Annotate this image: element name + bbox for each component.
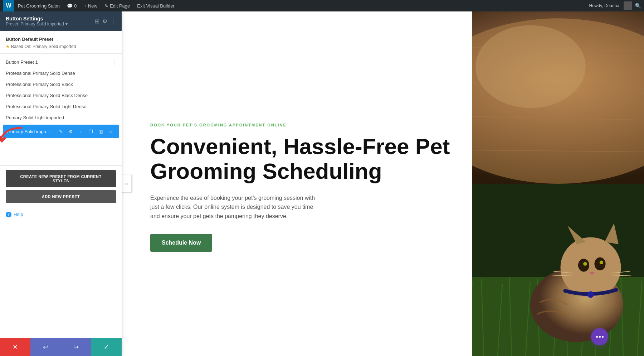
svg-point-31 bbox=[594, 257, 605, 270]
hero-image-main bbox=[472, 184, 644, 356]
admin-bar-edit-page[interactable]: ✎ Edit Page bbox=[101, 0, 133, 11]
preset-edit-button[interactable]: ✎ bbox=[57, 127, 65, 136]
preset-action-buttons: ✎ ⚙ ↑ ❒ 🗑 ☆ bbox=[57, 127, 115, 136]
list-item: Professional Primary Solid Black bbox=[0, 79, 122, 90]
list-item: Professional Primary Solid Dense bbox=[0, 68, 122, 79]
panel-body: Button Default Preset ★ Based On: Primar… bbox=[0, 31, 122, 165]
save-icon: ✓ bbox=[104, 343, 109, 351]
admin-bar-left: W Pet Grooming Salon 💬 0 + New ✎ Edit Pa… bbox=[3, 0, 589, 11]
hero-description: Experience the ease of booking your pet'… bbox=[150, 193, 322, 221]
preset-item-label: Primary Solid Light imported bbox=[6, 115, 64, 120]
floating-action-button[interactable] bbox=[591, 328, 608, 345]
hero-left: BOOK YOUR PET'S GROOMING APPOINTMENT ONL… bbox=[122, 11, 472, 356]
page-content: BOOK YOUR PET'S GROOMING APPOINTMENT ONL… bbox=[122, 11, 644, 356]
undo-button[interactable]: ↩ bbox=[30, 338, 61, 356]
panel-more-icon[interactable]: ⋮ bbox=[110, 18, 116, 25]
preset-item-professional-black-dense[interactable]: Professional Primary Solid Black Dense bbox=[0, 90, 122, 101]
panel-header-left: Button Settings Preset: Primary Solid im… bbox=[6, 16, 68, 27]
svg-point-33 bbox=[600, 261, 603, 264]
admin-bar-new[interactable]: + New bbox=[80, 0, 101, 11]
panel-settings-icon[interactable]: ⚙ bbox=[102, 18, 107, 25]
svg-point-7 bbox=[475, 25, 586, 108]
save-button[interactable]: ✓ bbox=[91, 338, 122, 356]
bottom-toolbar: ✕ ↩ ↪ ✓ bbox=[0, 338, 122, 356]
wordpress-logo[interactable]: W bbox=[3, 0, 14, 11]
list-item: Professional Primary Solid Light Dense bbox=[0, 101, 122, 112]
help-icon: ? bbox=[6, 212, 11, 217]
schedule-now-button[interactable]: Schedule Now bbox=[150, 234, 212, 252]
list-item: Button Preset 1 ⋮ bbox=[0, 57, 122, 68]
arrow-left-right-icon: ↔ bbox=[124, 181, 129, 187]
preset-item-label: Professional Primary Solid Black bbox=[6, 82, 73, 87]
default-preset-based-on: ★ Based On: Primary Solid imported bbox=[6, 44, 116, 49]
button-settings-panel: Button Settings Preset: Primary Solid im… bbox=[0, 11, 122, 356]
panel-action-buttons: CREATE NEW PRESET FROM CURRENT STYLES AD… bbox=[0, 165, 122, 207]
preset-item-professional-black[interactable]: Professional Primary Solid Black bbox=[0, 79, 122, 90]
new-label: New bbox=[88, 3, 97, 9]
pencil-icon: ✎ bbox=[104, 3, 108, 9]
undo-icon: ↩ bbox=[43, 343, 48, 351]
hero-subtitle: BOOK YOUR PET'S GROOMING APPOINTMENT ONL… bbox=[150, 123, 451, 127]
admin-avatar bbox=[624, 1, 632, 10]
admin-bar-comments[interactable]: 💬 0 bbox=[63, 0, 80, 11]
svg-point-30 bbox=[578, 259, 589, 271]
hero-image-collage bbox=[472, 11, 644, 356]
hero-title: Convenient, Hassle-Free Pet Grooming Sch… bbox=[150, 134, 451, 183]
plus-icon: + bbox=[84, 3, 87, 9]
panel-preset-selector[interactable]: Preset: Primary Solid imported ▾ bbox=[6, 21, 68, 27]
preset-item-label: Professional Primary Solid Black Dense bbox=[6, 93, 88, 98]
add-preset-button[interactable]: ADD NEW PRESET bbox=[6, 190, 116, 203]
admin-bar: W Pet Grooming Salon 💬 0 + New ✎ Edit Pa… bbox=[0, 0, 644, 11]
preset-gear-button[interactable]: ⚙ bbox=[67, 127, 75, 136]
preset-item-professional-light-dense[interactable]: Professional Primary Solid Light Dense bbox=[0, 101, 122, 112]
preset-item-label: Professional Primary Solid Dense bbox=[6, 71, 75, 76]
exit-builder-label: Exit Visual Builder bbox=[137, 3, 175, 9]
preset-item-active[interactable]: Primary Solid impo... ✎ ⚙ ↑ ❒ 🗑 ☆ bbox=[3, 125, 119, 138]
preset-item-button-preset-1[interactable]: Button Preset 1 bbox=[0, 57, 122, 68]
svg-point-32 bbox=[583, 262, 587, 265]
search-icon[interactable]: 🔍 bbox=[635, 3, 641, 9]
preset-list: Button Preset 1 ⋮ Professional Primary S… bbox=[0, 54, 122, 143]
list-item: Primary Solid Light imported bbox=[0, 112, 122, 123]
default-preset-section: Button Default Preset ★ Based On: Primar… bbox=[0, 31, 122, 54]
svg-marker-0 bbox=[0, 134, 3, 139]
svg-point-34 bbox=[590, 272, 594, 275]
chevron-down-icon: ▾ bbox=[65, 21, 68, 27]
panel-columns-icon[interactable]: ⊞ bbox=[95, 18, 99, 25]
preset-upload-button[interactable]: ↑ bbox=[77, 127, 85, 136]
svg-point-27 bbox=[561, 237, 621, 298]
preset-item-label: Professional Primary Solid Light Dense bbox=[6, 104, 86, 109]
comments-count: 0 bbox=[74, 3, 77, 9]
preset-item-professional-dense[interactable]: Professional Primary Solid Dense bbox=[0, 68, 122, 79]
main-layout: Button Settings Preset: Primary Solid im… bbox=[0, 0, 644, 356]
admin-bar-site-name[interactable]: Pet Grooming Salon bbox=[14, 0, 63, 11]
panel-toggle-arrow[interactable]: ↔ bbox=[122, 175, 132, 193]
preset-copy-button[interactable]: ❒ bbox=[87, 127, 95, 136]
panel-title: Button Settings bbox=[6, 16, 68, 21]
help-label: Help bbox=[14, 212, 23, 217]
site-name-label: Pet Grooming Salon bbox=[18, 3, 60, 9]
redo-icon: ↪ bbox=[73, 343, 79, 351]
star-icon: ★ bbox=[6, 44, 10, 49]
preset-delete-button[interactable]: 🗑 bbox=[97, 127, 105, 136]
preset-item-primary-solid-light[interactable]: Primary Solid Light imported bbox=[0, 112, 122, 123]
preset-item-label: Button Preset 1 bbox=[6, 59, 38, 65]
edit-page-label: Edit Page bbox=[110, 3, 130, 9]
help-section[interactable]: ? Help bbox=[0, 207, 122, 222]
admin-bar-exit-builder[interactable]: Exit Visual Builder bbox=[133, 0, 178, 11]
redo-button[interactable]: ↪ bbox=[61, 338, 91, 356]
panel-header-icons: ⊞ ⚙ ⋮ bbox=[95, 18, 116, 25]
svg-point-39 bbox=[587, 291, 594, 298]
panel-header: Button Settings Preset: Primary Solid im… bbox=[0, 11, 122, 31]
preset-star-button[interactable]: ☆ bbox=[107, 127, 115, 136]
based-on-label: Based On: Primary Solid imported bbox=[11, 44, 76, 49]
hero-image-top bbox=[472, 11, 644, 184]
page-content-area: ↔ BOOK YOUR PET'S GROOMING APPOINTMENT O… bbox=[122, 11, 644, 356]
close-icon: ✕ bbox=[13, 343, 18, 351]
create-preset-button[interactable]: CREATE NEW PRESET FROM CURRENT STYLES bbox=[6, 170, 116, 187]
close-button[interactable]: ✕ bbox=[0, 338, 30, 356]
preset-label: Preset: Primary Solid imported bbox=[6, 21, 64, 27]
preset-item-dots-1[interactable]: ⋮ bbox=[111, 58, 117, 66]
active-preset-row: Primary Solid impo... ✎ ⚙ ↑ ❒ 🗑 ☆ bbox=[0, 125, 122, 138]
comment-icon: 💬 bbox=[67, 3, 73, 9]
